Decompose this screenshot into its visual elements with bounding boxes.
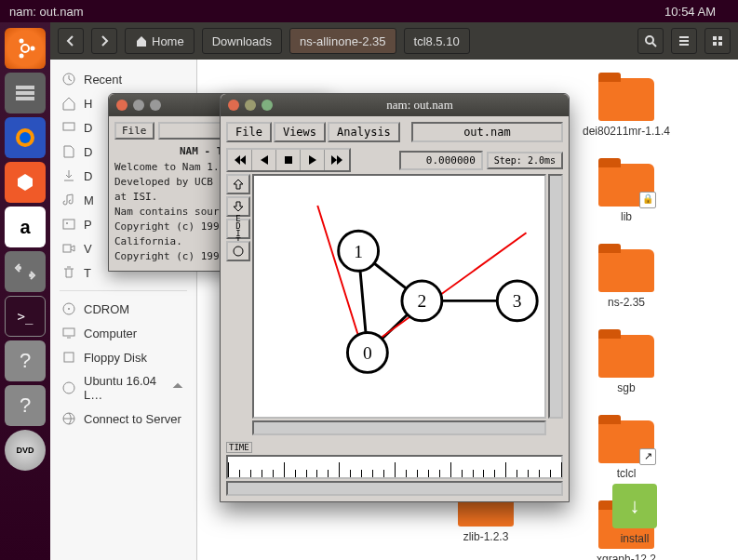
- svg-point-11: [29, 273, 33, 277]
- file-item[interactable]: install: [579, 484, 691, 549]
- fast-forward-button[interactable]: [325, 150, 349, 170]
- firefox-launcher[interactable]: [5, 117, 46, 158]
- unity-launcher: a >_ ? ? DVD: [0, 22, 50, 560]
- breadcrumb-home[interactable]: Home: [125, 28, 195, 54]
- files-launcher[interactable]: [5, 73, 46, 113]
- software-launcher[interactable]: [5, 162, 46, 203]
- svg-rect-7: [16, 97, 34, 100]
- filename-display: out.nam: [411, 122, 563, 142]
- nam-titlebar[interactable]: nam: out.nam: [221, 94, 569, 116]
- close-icon[interactable]: [228, 100, 239, 111]
- svg-point-4: [20, 54, 24, 59]
- svg-rect-14: [718, 36, 722, 40]
- svg-rect-6: [16, 91, 34, 95]
- rewind-button[interactable]: [228, 150, 252, 170]
- active-window-title: nam: out.nam: [9, 5, 84, 19]
- svg-text:1: 1: [354, 242, 363, 261]
- grid-view-button[interactable]: [704, 28, 731, 54]
- amazon-launcher[interactable]: a: [5, 207, 46, 247]
- views-menu[interactable]: Views: [274, 122, 326, 142]
- svg-rect-15: [713, 42, 717, 46]
- file-menu[interactable]: File: [226, 122, 272, 142]
- file-item[interactable]: tclcl: [570, 420, 682, 480]
- nam-animator-window[interactable]: nam: out.nam File Views Analysis out.nam…: [220, 93, 570, 502]
- top-menubar: nam: out.nam 10:54 AM: [0, 0, 738, 22]
- horizontal-scrollbar[interactable]: [252, 420, 546, 435]
- close-icon[interactable]: [116, 100, 127, 111]
- svg-text:0: 0: [363, 343, 372, 363]
- help-launcher-2[interactable]: ?: [5, 385, 46, 426]
- file-menu[interactable]: File: [114, 122, 154, 140]
- svg-rect-16: [718, 42, 722, 46]
- svg-rect-13: [713, 36, 717, 40]
- sidebar-item-ubuntu-disc[interactable]: Ubuntu 16.04 L…: [50, 369, 196, 407]
- svg-text:2: 2: [418, 291, 427, 311]
- settings-launcher[interactable]: [5, 251, 46, 292]
- svg-point-2: [31, 47, 35, 51]
- step-display[interactable]: Step: 2.0ms: [487, 152, 563, 169]
- sidebar-item-computer[interactable]: Computer: [50, 321, 196, 345]
- sidebar-item-connect-server[interactable]: Connect to Server: [50, 407, 196, 431]
- clock-text[interactable]: 10:54 AM: [664, 5, 716, 19]
- timeline-panel: TIME: [226, 439, 563, 479]
- dvd-launcher[interactable]: DVD: [5, 430, 46, 471]
- list-view-button[interactable]: [671, 28, 697, 54]
- svg-point-3: [20, 39, 24, 44]
- zoom-in-button[interactable]: [226, 174, 250, 194]
- topology-canvas[interactable]: 0123: [252, 174, 546, 419]
- file-item[interactable]: ns-2.35: [570, 249, 682, 309]
- svg-point-9: [20, 132, 31, 143]
- sidebar-item-cdrom[interactable]: CDROM: [50, 297, 196, 321]
- analysis-menu[interactable]: Analysis: [328, 122, 400, 142]
- file-item[interactable]: sgb: [570, 335, 682, 394]
- file-item[interactable]: dei80211mr-1.1.4: [570, 78, 682, 138]
- eject-icon[interactable]: [170, 380, 185, 395]
- file-manager-toolbar: Home Downloads ns-allinone-2.35 tcl8.5.1…: [50, 22, 738, 60]
- svg-text:3: 3: [513, 291, 522, 311]
- svg-point-10: [18, 266, 21, 270]
- step-back-button[interactable]: [252, 150, 276, 170]
- svg-rect-21: [63, 245, 71, 252]
- maximize-icon[interactable]: [150, 100, 161, 111]
- terminal-launcher[interactable]: >_: [5, 296, 46, 337]
- node-tool-button[interactable]: [226, 241, 250, 261]
- breadcrumb-tcl[interactable]: tcl8.5.10: [404, 28, 470, 54]
- vertical-scrollbar[interactable]: [548, 174, 563, 419]
- dash-button[interactable]: [5, 28, 46, 69]
- svg-point-20: [66, 222, 68, 224]
- svg-rect-25: [64, 353, 74, 362]
- system-tray: 10:54 AM: [638, 5, 729, 19]
- svg-point-29: [234, 247, 243, 256]
- back-button[interactable]: [58, 28, 84, 54]
- timeline-scrollbar[interactable]: [226, 481, 563, 496]
- svg-point-1: [21, 45, 29, 52]
- file-item[interactable]: lib: [570, 164, 682, 223]
- sidebar-item-floppy[interactable]: Floppy Disk: [50, 345, 196, 369]
- timeline-ruler[interactable]: [226, 455, 563, 479]
- svg-rect-19: [63, 220, 74, 229]
- svg-rect-5: [16, 86, 34, 89]
- nam-menubar: File Views Analysis out.nam: [226, 122, 563, 142]
- svg-point-26: [63, 382, 74, 393]
- svg-point-12: [646, 36, 653, 44]
- sidebar-item-recent[interactable]: Recent: [50, 67, 196, 91]
- search-button[interactable]: [637, 28, 664, 54]
- time-display: 0.000000: [399, 151, 483, 170]
- svg-rect-24: [63, 328, 74, 336]
- svg-rect-28: [285, 156, 292, 164]
- forward-button[interactable]: [91, 28, 117, 54]
- minimize-icon[interactable]: [245, 100, 256, 111]
- minimize-icon[interactable]: [133, 100, 144, 111]
- svg-rect-18: [63, 123, 74, 130]
- play-button[interactable]: [301, 150, 325, 170]
- breadcrumb-nsallinone[interactable]: ns-allinone-2.35: [289, 28, 396, 54]
- stop-button[interactable]: [276, 150, 301, 170]
- nam-side-toolbar: EDIT: [226, 174, 250, 419]
- help-launcher[interactable]: ?: [5, 340, 46, 381]
- file-item[interactable]: INSTALL.WIN32: [728, 484, 738, 549]
- breadcrumb-downloads[interactable]: Downloads: [202, 28, 282, 54]
- maximize-icon[interactable]: [262, 100, 273, 111]
- edit-label: EDIT: [226, 219, 250, 239]
- svg-point-23: [68, 308, 70, 310]
- playback-controls: 0.000000 Step: 2.0ms: [226, 148, 563, 172]
